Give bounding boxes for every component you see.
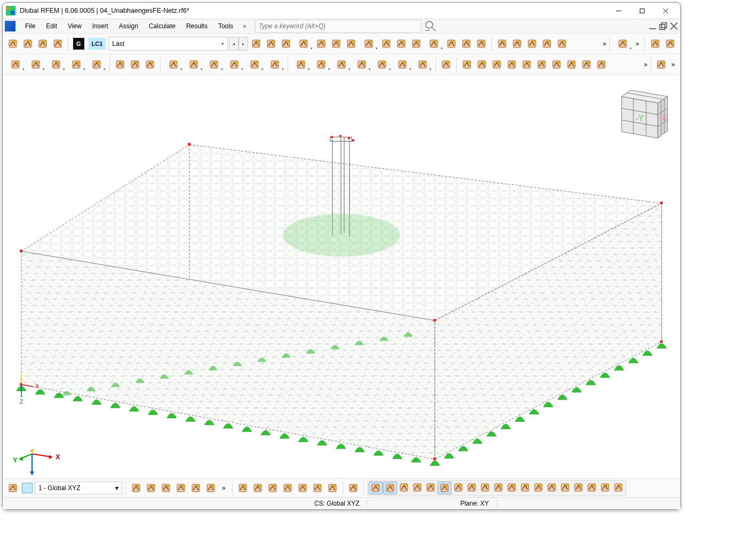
support-1[interactable] xyxy=(113,58,127,71)
new-surface[interactable]: ▾ xyxy=(67,58,86,71)
snap-end[interactable] xyxy=(398,482,410,493)
support-2[interactable] xyxy=(128,58,142,71)
snap-rot[interactable] xyxy=(612,482,625,493)
mesh-options[interactable] xyxy=(474,37,488,51)
toolbar-overflow-icon[interactable]: » xyxy=(603,40,607,47)
snapshot[interactable] xyxy=(555,37,569,51)
vis-6[interactable] xyxy=(311,481,324,495)
move-wp[interactable] xyxy=(129,481,143,495)
grid-mesh[interactable] xyxy=(565,58,578,71)
ortho[interactable] xyxy=(475,58,489,71)
mesh-settings[interactable] xyxy=(459,37,473,51)
dimension[interactable] xyxy=(439,58,453,71)
snap-rect[interactable] xyxy=(585,482,598,493)
snap-bg[interactable] xyxy=(545,482,558,493)
toolbar-overflow-icon[interactable]: » xyxy=(633,40,641,47)
menu-insert[interactable]: Insert xyxy=(88,21,113,31)
minimize-button[interactable] xyxy=(607,3,630,18)
menu-edit[interactable]: Edit xyxy=(42,21,61,31)
load-temp[interactable]: ▾ xyxy=(225,58,244,71)
mdi-minimize-icon[interactable] xyxy=(648,22,657,30)
search-settings-icon[interactable] xyxy=(424,19,438,33)
loadcase-spinner[interactable]: ◂▸ xyxy=(229,37,248,51)
support-3[interactable] xyxy=(143,58,157,71)
grid-select[interactable]: ▾ xyxy=(312,58,331,71)
snap-perp[interactable] xyxy=(438,482,451,494)
zoom-previous[interactable] xyxy=(663,37,677,51)
grid-wp[interactable] xyxy=(189,481,203,495)
run-solve[interactable] xyxy=(279,37,293,51)
maximize-button[interactable] xyxy=(630,3,654,18)
offset-wp[interactable] xyxy=(159,481,173,495)
view-eye-3[interactable]: ▾ xyxy=(424,37,443,51)
vis-5[interactable] xyxy=(296,481,309,495)
vis-1[interactable] xyxy=(236,481,250,495)
select-arrow[interactable]: ▾ xyxy=(613,37,632,51)
menu-calculate[interactable]: Calculate xyxy=(145,21,180,31)
toolbar-overflow-icon[interactable]: » xyxy=(669,61,677,68)
menu-tools[interactable]: Tools xyxy=(214,21,237,31)
menu-view[interactable]: View xyxy=(63,21,86,31)
load-line[interactable]: ▾ xyxy=(184,58,203,71)
vis-3[interactable] xyxy=(266,481,280,495)
select-line[interactable]: ▾ xyxy=(332,58,351,71)
view-cube[interactable]: -Y -X xyxy=(606,85,670,149)
new-node[interactable]: ▾ xyxy=(6,58,25,71)
load-node[interactable]: ▾ xyxy=(164,58,183,71)
frame-view[interactable] xyxy=(490,58,504,71)
line-mesh[interactable] xyxy=(579,58,593,71)
load-area[interactable]: ▾ xyxy=(204,58,224,71)
menu-file[interactable]: File xyxy=(21,21,39,31)
align-bottom[interactable] xyxy=(21,37,35,51)
toolbar-overflow-icon[interactable]: » xyxy=(219,484,229,492)
loadcase-combo[interactable]: Last▾ xyxy=(108,37,228,51)
new-solid[interactable]: ▾ xyxy=(87,58,106,71)
wall[interactable] xyxy=(535,58,549,71)
load-options[interactable]: ▾ xyxy=(265,58,284,71)
align-top[interactable] xyxy=(6,37,20,51)
snap-cross[interactable] xyxy=(505,482,518,493)
vis-2[interactable] xyxy=(251,481,265,495)
toolbar-overflow-icon[interactable]: » xyxy=(644,61,648,68)
copy-special[interactable]: ▾ xyxy=(372,58,392,71)
snap-edge[interactable] xyxy=(519,482,531,493)
snap-int[interactable] xyxy=(424,482,437,493)
cloud-1[interactable] xyxy=(525,37,539,51)
snap-obj[interactable] xyxy=(559,482,571,493)
flip-wp[interactable] xyxy=(174,481,188,495)
check[interactable] xyxy=(594,58,608,71)
open-model[interactable] xyxy=(510,37,524,51)
select-special[interactable]: ▾ xyxy=(291,58,311,71)
menu-overflow-icon[interactable]: » xyxy=(240,22,250,30)
view-toggle[interactable] xyxy=(409,37,423,51)
snap-ellipse[interactable] xyxy=(492,482,505,493)
rotate-wp[interactable] xyxy=(144,481,158,495)
cube-view[interactable] xyxy=(550,58,563,71)
mdi-restore-icon[interactable] xyxy=(659,22,667,30)
section[interactable] xyxy=(505,58,519,71)
results-values[interactable] xyxy=(344,37,358,51)
menu-results[interactable]: Results xyxy=(182,21,212,31)
ucs-icon[interactable] xyxy=(346,481,360,495)
prev-load[interactable] xyxy=(249,37,263,51)
color-swatch-2[interactable] xyxy=(51,37,65,51)
snap-face[interactable] xyxy=(532,482,545,493)
zoom-find[interactable] xyxy=(648,37,662,51)
show-loads[interactable] xyxy=(314,37,328,51)
grid-toggle[interactable] xyxy=(654,58,668,71)
section-view[interactable] xyxy=(444,37,458,51)
extrude[interactable] xyxy=(520,58,534,71)
new-line[interactable]: ▾ xyxy=(26,58,45,71)
snap-quad[interactable] xyxy=(599,482,611,493)
select-member[interactable]: ▾ xyxy=(352,58,371,71)
array[interactable]: ▾ xyxy=(393,58,412,71)
new-member[interactable]: ▾ xyxy=(46,58,66,71)
new-model[interactable] xyxy=(495,37,509,51)
star-wp[interactable] xyxy=(204,481,218,495)
coord-system-combo[interactable]: 1 - Global XYZ▾ xyxy=(35,482,122,494)
search-box[interactable] xyxy=(255,20,422,33)
show-hide[interactable] xyxy=(329,37,343,51)
show-deformation[interactable]: ▾ xyxy=(294,37,313,51)
mirror[interactable]: ▾ xyxy=(413,58,432,71)
snap-mid[interactable] xyxy=(411,482,424,493)
